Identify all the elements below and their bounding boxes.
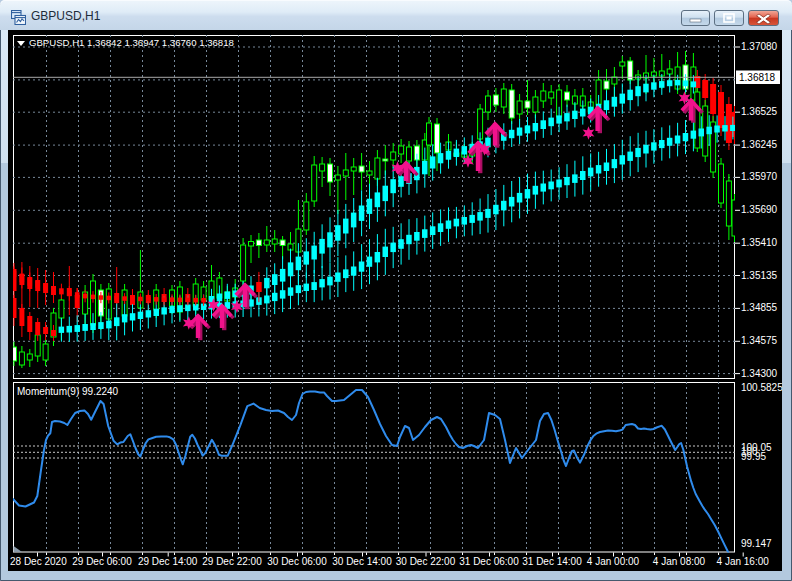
svg-text:99.147: 99.147 <box>741 538 772 549</box>
svg-text:4 Jan 00:00: 4 Jan 00:00 <box>587 556 640 567</box>
svg-text:29 Dec 22:00: 29 Dec 22:00 <box>202 556 262 567</box>
svg-text:1.37080: 1.37080 <box>741 41 778 52</box>
svg-text:GBPUSD,H1 1.36842 1.36947 1.3: GBPUSD,H1 1.36842 1.36947 1.36760 1.3681… <box>29 37 234 48</box>
svg-text:1.36818: 1.36818 <box>739 72 776 83</box>
svg-text:1.35970: 1.35970 <box>741 171 778 182</box>
svg-text:31 Dec 14:00: 31 Dec 14:00 <box>522 556 582 567</box>
svg-text:1.35690: 1.35690 <box>741 204 778 215</box>
svg-text:4 Jan 16:00: 4 Jan 16:00 <box>717 556 770 567</box>
svg-text:29 Dec 14:00: 29 Dec 14:00 <box>138 556 198 567</box>
svg-text:28 Dec 2020: 28 Dec 2020 <box>10 556 67 567</box>
svg-text:1.36525: 1.36525 <box>741 106 778 117</box>
svg-text:1.36245: 1.36245 <box>741 139 778 150</box>
svg-text:1.34575: 1.34575 <box>741 335 778 346</box>
svg-text:Momentum(9) 99.2240: Momentum(9) 99.2240 <box>17 386 119 397</box>
svg-text:1.34300: 1.34300 <box>741 368 778 379</box>
svg-text:31 Dec 06:00: 31 Dec 06:00 <box>459 556 519 567</box>
svg-text:29 Dec 06:00: 29 Dec 06:00 <box>72 556 132 567</box>
svg-text:99.95: 99.95 <box>741 451 766 462</box>
svg-text:100.5825: 100.5825 <box>741 382 782 393</box>
svg-text:30 Dec 22:00: 30 Dec 22:00 <box>396 556 456 567</box>
svg-text:30 Dec 14:00: 30 Dec 14:00 <box>332 556 392 567</box>
svg-text:1.35410: 1.35410 <box>741 237 778 248</box>
svg-text:1.34855: 1.34855 <box>741 302 778 313</box>
svg-text:30 Dec 06:00: 30 Dec 06:00 <box>267 556 327 567</box>
svg-text:4 Jan 08:00: 4 Jan 08:00 <box>653 556 706 567</box>
svg-text:1.35135: 1.35135 <box>741 270 778 281</box>
